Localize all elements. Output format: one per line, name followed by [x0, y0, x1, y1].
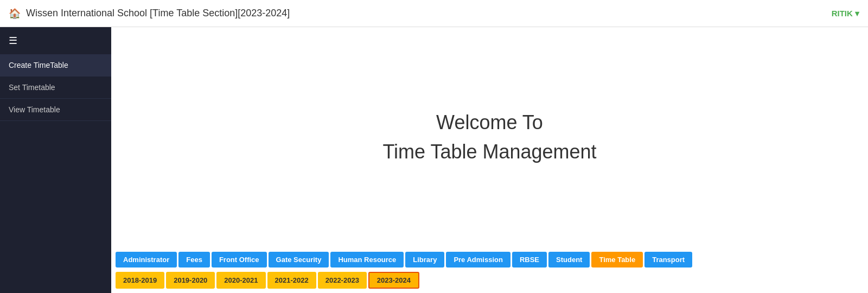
tab-administrator[interactable]: Administrator: [116, 252, 177, 267]
header: 🏠 Wissen International School [Time Tabl…: [0, 0, 868, 27]
tab-front-office[interactable]: Front Office: [212, 252, 267, 267]
welcome-text: Welcome To Time Table Management: [382, 108, 596, 167]
year-tab-2021-2022[interactable]: 2021-2022: [267, 272, 316, 289]
sidebar-item-view-timetable[interactable]: View Timetable: [0, 99, 111, 121]
welcome-line2: Time Table Management: [382, 137, 596, 167]
year-tab-2020-2021[interactable]: 2020-2021: [216, 272, 265, 289]
main-layout: ☰ Create TimeTable Set Timetable View Ti…: [0, 27, 868, 293]
sidebar-label-create-timetable: Create TimeTable: [9, 61, 68, 69]
home-icon: 🏠: [9, 8, 21, 20]
module-tabs: Administrator Fees Front Office Gate Sec…: [111, 247, 868, 270]
tab-fees[interactable]: Fees: [178, 252, 210, 267]
year-tab-2022-2023[interactable]: 2022-2023: [318, 272, 367, 289]
user-menu[interactable]: RITIK ▾: [832, 9, 859, 18]
bottom-tabs: Administrator Fees Front Office Gate Sec…: [111, 247, 868, 293]
sidebar: ☰ Create TimeTable Set Timetable View Ti…: [0, 27, 111, 293]
sidebar-item-create-timetable[interactable]: Create TimeTable: [0, 54, 111, 77]
year-tab-2018-2019[interactable]: 2018-2019: [116, 272, 164, 289]
tab-pre-admission[interactable]: Pre Admission: [446, 252, 510, 267]
hamburger-icon[interactable]: ☰: [0, 27, 111, 54]
content-area: Welcome To Time Table Management Adminis…: [111, 27, 868, 293]
tab-transport[interactable]: Transport: [644, 252, 692, 267]
sidebar-label-view-timetable: View Timetable: [9, 105, 60, 114]
tab-rbse[interactable]: RBSE: [512, 252, 547, 267]
year-tab-2023-2024[interactable]: 2023-2024: [368, 272, 419, 289]
sidebar-label-set-timetable: Set Timetable: [9, 83, 55, 92]
tab-library[interactable]: Library: [405, 252, 444, 267]
tab-student[interactable]: Student: [548, 252, 590, 267]
tab-human-resource[interactable]: Human Resource: [330, 252, 404, 267]
year-tab-2019-2020[interactable]: 2019-2020: [166, 272, 215, 289]
year-tabs: 2018-2019 2019-2020 2020-2021 2021-2022 …: [111, 270, 868, 293]
tab-gate-security[interactable]: Gate Security: [269, 252, 329, 267]
header-left: 🏠 Wissen International School [Time Tabl…: [9, 8, 290, 20]
tab-time-table[interactable]: Time Table: [591, 252, 643, 267]
sidebar-item-set-timetable[interactable]: Set Timetable: [0, 77, 111, 99]
welcome-line1: Welcome To: [382, 108, 596, 137]
welcome-area: Welcome To Time Table Management: [111, 27, 868, 247]
header-title: Wissen International School [Time Table …: [26, 8, 290, 19]
